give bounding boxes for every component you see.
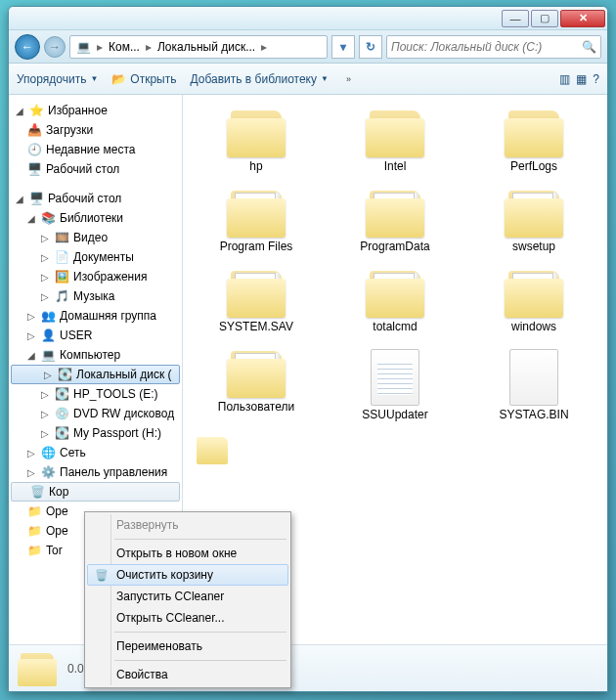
homegroup-icon: 👥	[40, 308, 56, 324]
tree-homegroup[interactable]: ▷👥Домашняя группа	[9, 306, 182, 326]
file-label: Intel	[384, 159, 407, 173]
music-icon: 🎵	[54, 288, 69, 304]
maximize-button[interactable]: ▢	[531, 10, 558, 27]
folder-icon	[225, 107, 287, 157]
file-label: SYSTEM.SAV	[219, 320, 293, 333]
desktop-icon: 🖥️	[28, 191, 44, 206]
titlebar: — ▢ ✕	[9, 7, 607, 30]
search-box[interactable]: 🔍	[386, 35, 601, 59]
tree-libraries[interactable]: ◢📚Библиотеки	[9, 208, 182, 228]
folder-icon	[503, 187, 565, 238]
ctx-open-ccleaner[interactable]: Открыть CCleaner...	[87, 607, 288, 629]
refresh-button[interactable]: ↻	[359, 35, 382, 59]
minimize-button[interactable]: —	[502, 10, 529, 27]
file-label: SSUUpdater	[362, 408, 427, 421]
folder-icon	[503, 107, 565, 157]
organize-button[interactable]: Упорядочить▼	[17, 72, 98, 86]
ctx-properties[interactable]: Свойства	[87, 664, 288, 685]
partial-folder[interactable]	[183, 429, 607, 464]
tree-images[interactable]: ▷🖼️Изображения	[9, 267, 182, 286]
ctx-open-new-window[interactable]: Открыть в новом окне	[87, 543, 288, 564]
drive-icon: 💽	[54, 386, 69, 402]
tree-computer[interactable]: ◢💻Компьютер	[9, 345, 182, 365]
tree-passport[interactable]: ▷💽My Passport (H:)	[9, 423, 182, 443]
open-folder-icon: 📂	[111, 72, 126, 86]
folder-icon	[225, 347, 287, 398]
tree-local-disk[interactable]: ▷💽Локальный диск (	[11, 365, 180, 384]
tree-dvd[interactable]: ▷💿DVD RW дисковод	[9, 404, 182, 423]
network-icon: 🌐	[40, 445, 56, 460]
view-mode-button[interactable]: ▥	[559, 72, 570, 86]
preview-pane-button[interactable]: ▦	[576, 72, 587, 86]
tree-downloads[interactable]: 📥Загрузки	[9, 120, 182, 140]
images-icon: 🖼️	[54, 269, 69, 284]
breadcrumb-item[interactable]: Ком...	[103, 36, 146, 58]
breadcrumb[interactable]: 💻 ▸ Ком... ▸ Локальный диск... ▸	[69, 35, 328, 59]
libraries-icon: 📚	[40, 210, 56, 226]
tree-desktop[interactable]: 🖥️Рабочий стол	[9, 159, 182, 179]
drive-icon: 💽	[57, 367, 72, 382]
tree-documents[interactable]: ▷📄Документы	[9, 247, 182, 267]
folder-icon	[503, 267, 565, 318]
tree-music[interactable]: ▷🎵Музыка	[9, 286, 182, 306]
search-icon[interactable]: 🔍	[582, 40, 596, 54]
nav-back-button[interactable]: ←	[15, 34, 40, 60]
ctx-empty-recycle-bin[interactable]: 🗑️Очистить корзину	[87, 564, 288, 586]
file-icon	[509, 349, 558, 406]
nav-forward-button[interactable]: →	[44, 36, 66, 58]
file-label: SYSTAG.BIN	[499, 408, 568, 421]
search-input[interactable]	[391, 40, 582, 54]
toolbar-overflow[interactable]: »	[346, 74, 351, 84]
folder-icon	[225, 187, 287, 238]
tree-hptools[interactable]: ▷💽HP_TOOLS (E:)	[9, 384, 182, 404]
desktop-icon: 🖥️	[26, 161, 42, 177]
folder-icon: 📁	[26, 543, 42, 558]
tree-control-panel[interactable]: ▷⚙️Панель управления	[9, 462, 182, 482]
breadcrumb-item[interactable]: Локальный диск...	[152, 36, 261, 58]
tree-favorites[interactable]: ◢⭐Избранное	[9, 101, 182, 120]
folder-icon: 📁	[26, 523, 42, 539]
chevron-right-icon: ▸	[261, 40, 267, 54]
toolbar: Упорядочить▼ 📂Открыть Добавить в библиот…	[9, 64, 607, 95]
tree-desktop-root[interactable]: ◢🖥️Рабочий стол	[9, 189, 182, 208]
file-label: PerfLogs	[510, 159, 557, 173]
help-button[interactable]: ?	[593, 72, 599, 86]
file-label: Пользователи	[218, 400, 294, 414]
star-icon: ⭐	[28, 103, 44, 118]
file-item[interactable]: PerfLogs	[468, 103, 599, 177]
breadcrumb-root-icon[interactable]: 💻	[70, 36, 97, 58]
file-item[interactable]: swsetup	[468, 183, 599, 257]
file-item[interactable]: SYSTAG.BIN	[468, 343, 599, 425]
folder-icon	[225, 267, 287, 318]
add-to-library-button[interactable]: Добавить в библиотеку▼	[190, 72, 328, 86]
recycle-bin-icon: 🗑️	[29, 484, 45, 500]
ctx-run-ccleaner[interactable]: Запустить CCleaner	[87, 586, 288, 607]
file-item[interactable]: totalcmd	[330, 263, 461, 337]
file-item[interactable]: Intel	[330, 103, 461, 177]
file-label: windows	[511, 320, 556, 333]
file-item[interactable]: hp	[191, 103, 322, 177]
chevron-down-icon[interactable]: ▾	[331, 35, 355, 59]
tree-video[interactable]: ▷🎞️Видео	[9, 228, 182, 247]
file-item[interactable]: Program Files	[191, 183, 322, 257]
file-item[interactable]: windows	[468, 263, 599, 337]
file-icon	[371, 349, 419, 406]
tree-recent[interactable]: 🕘Недавние места	[9, 140, 182, 159]
downloads-icon: 📥	[26, 122, 42, 138]
open-button[interactable]: 📂Открыть	[111, 72, 176, 86]
file-label: ProgramData	[360, 240, 429, 253]
close-button[interactable]: ✕	[560, 10, 605, 27]
file-item[interactable]: SSUUpdater	[330, 343, 461, 425]
ctx-rename[interactable]: Переименовать	[87, 635, 288, 657]
ctx-expand: Развернуть	[87, 514, 288, 536]
computer-icon: 💻	[40, 347, 56, 363]
folder-icon	[364, 187, 426, 238]
tree-user[interactable]: ▷👤USER	[9, 326, 182, 345]
disc-icon: 💿	[54, 406, 69, 421]
tree-network[interactable]: ▷🌐Сеть	[9, 443, 182, 462]
tree-recycle-bin[interactable]: 🗑️Кор	[11, 482, 180, 502]
drive-icon: 💽	[54, 425, 69, 441]
file-item[interactable]: ProgramData	[330, 183, 461, 257]
file-item[interactable]: SYSTEM.SAV	[191, 263, 322, 337]
file-item[interactable]: Пользователи	[191, 343, 322, 425]
